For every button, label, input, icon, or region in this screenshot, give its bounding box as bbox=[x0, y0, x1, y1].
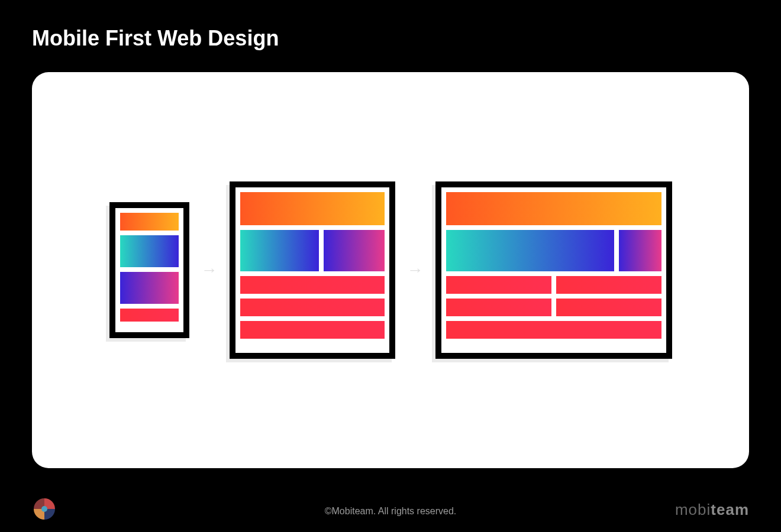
tablet-bar-2 bbox=[240, 299, 385, 316]
brand-text-light: mobi bbox=[675, 501, 711, 518]
desktop-hero-left bbox=[446, 230, 615, 271]
tablet-hero-row bbox=[240, 230, 385, 271]
tablet-hero-right bbox=[324, 230, 385, 271]
mobile-header-block bbox=[120, 213, 179, 231]
desktop-header-block bbox=[446, 192, 661, 225]
desktop-bar-row-1 bbox=[446, 276, 661, 294]
desktop-frame bbox=[435, 181, 672, 359]
desktop-bar-1a bbox=[446, 276, 551, 294]
mobile-footer-block bbox=[120, 309, 179, 322]
arrow-right-icon: → bbox=[407, 261, 424, 280]
mobile-content-block bbox=[120, 272, 179, 304]
desktop-bar-3 bbox=[446, 321, 661, 339]
illustration-canvas: → → bbox=[32, 72, 749, 468]
desktop-bar-2a bbox=[446, 299, 551, 316]
arrow-right-icon: → bbox=[201, 261, 218, 280]
desktop-hero-row bbox=[446, 230, 661, 271]
brand-text-bold: team bbox=[711, 501, 749, 518]
desktop-bar-row-2 bbox=[446, 299, 661, 316]
desktop-bar-2b bbox=[556, 299, 661, 316]
tablet-header-block bbox=[240, 192, 385, 225]
footer-brand-logo: mobiteam bbox=[675, 501, 749, 519]
mobile-frame bbox=[109, 202, 189, 338]
tablet-bar-3 bbox=[240, 321, 385, 339]
tablet-bar-1 bbox=[240, 276, 385, 294]
tablet-hero-left bbox=[240, 230, 319, 271]
page-title: Mobile First Web Design bbox=[0, 0, 781, 51]
mobile-hero-block bbox=[120, 235, 179, 267]
footer-copyright: ©Mobiteam. All rights reserved. bbox=[0, 491, 781, 532]
tablet-frame bbox=[230, 181, 395, 359]
desktop-bar-1b bbox=[556, 276, 661, 294]
desktop-hero-right bbox=[619, 230, 661, 271]
